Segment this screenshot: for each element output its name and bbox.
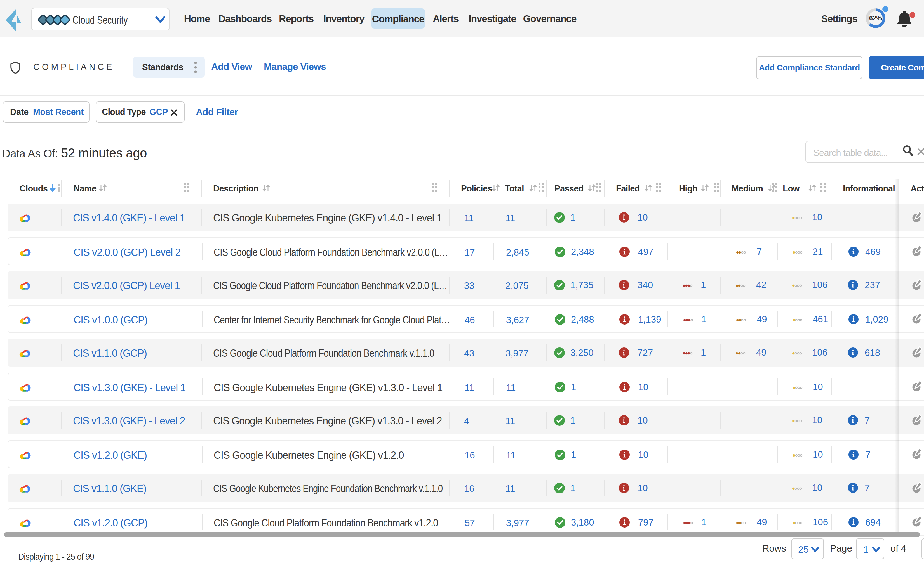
svg-text:62%: 62% [869, 15, 882, 22]
